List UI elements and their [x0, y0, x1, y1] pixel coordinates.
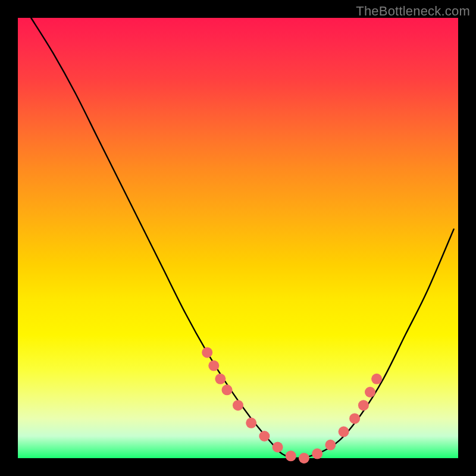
- curve-marker: [325, 440, 336, 450]
- curve-marker: [286, 450, 296, 461]
- curve-marker: [233, 400, 243, 411]
- curve-marker: [208, 361, 219, 371]
- plot-area: [18, 18, 458, 458]
- curve-marker: [349, 413, 360, 424]
- curve-path: [31, 18, 453, 458]
- curve-markers: [202, 347, 382, 464]
- curve-marker: [246, 418, 256, 428]
- curve-marker: [312, 449, 322, 459]
- curve-marker: [273, 442, 283, 453]
- curve-marker: [259, 431, 270, 441]
- curve-marker: [358, 400, 369, 411]
- curve-marker: [371, 374, 382, 384]
- chart-frame: TheBottleneck.com: [0, 0, 476, 476]
- watermark-text: TheBottleneck.com: [356, 4, 470, 19]
- curve-marker: [299, 453, 309, 464]
- curve-marker: [365, 387, 375, 397]
- curve-marker: [202, 347, 212, 358]
- curve-marker: [339, 427, 349, 437]
- bottleneck-curve: [18, 18, 458, 458]
- curve-marker: [222, 384, 233, 395]
- curve-marker: [215, 374, 226, 384]
